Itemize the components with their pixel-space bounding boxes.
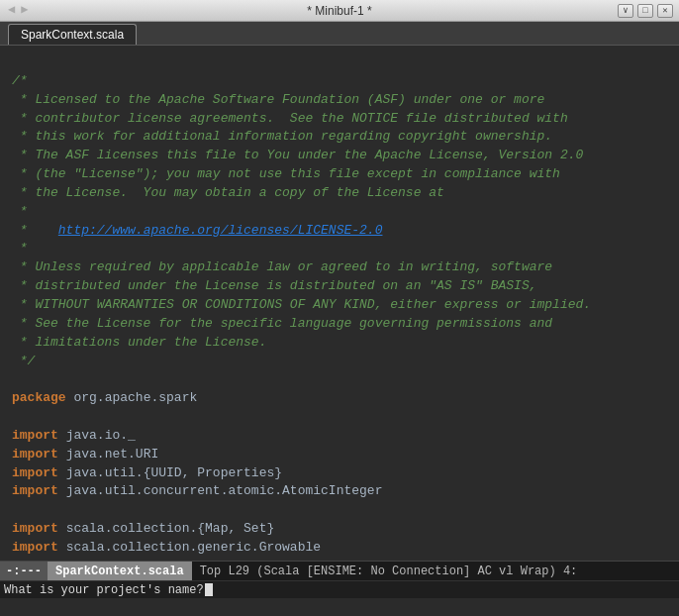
close-button[interactable]: ✕ [657, 4, 673, 18]
import-line-3: import java.util.{UUID, Properties} [12, 465, 282, 480]
tab-label: SparkContext.scala [21, 28, 124, 42]
nav-arrows: ◀ ▶ [6, 2, 30, 17]
minibuffer-prompt: What is your project's name? [4, 583, 204, 597]
minibuffer[interactable]: What is your project's name? [0, 580, 679, 598]
maximize-button[interactable]: □ [637, 4, 653, 18]
titlebar: ◀ ▶ * Minibuf-1 * ∨ □ ✕ [0, 0, 679, 22]
vim-mode: -:--- [0, 562, 48, 580]
import-line-6: import scala.collection.generic.Growable [12, 540, 321, 555]
titlebar-left: ◀ ▶ [6, 2, 36, 19]
status-filename: SparkContext.scala [48, 562, 192, 580]
titlebar-controls: ∨ □ ✕ [618, 4, 673, 18]
comment-line: /* * Licensed to the Apache Software Fou… [12, 73, 591, 368]
nav-next-arrow[interactable]: ▶ [19, 2, 30, 17]
tabbar: SparkContext.scala [0, 22, 679, 46]
editor-area[interactable]: /* * Licensed to the Apache Software Fou… [0, 46, 679, 561]
minimize-button[interactable]: ∨ [618, 4, 633, 18]
file-tab[interactable]: SparkContext.scala [8, 24, 137, 45]
status-info: Top L29 (Scala [ENSIME: No Connection] A… [192, 565, 586, 578]
import-line-1: import java.io._ [12, 428, 136, 443]
import-line-5: import scala.collection.{Map, Set} [12, 521, 274, 536]
minibuffer-cursor [205, 583, 213, 596]
package-line: package org.apache.spark [12, 390, 197, 405]
statusbar: -:--- SparkContext.scala Top L29 (Scala … [0, 561, 679, 580]
import-line-2: import java.net.URI [12, 447, 158, 462]
import-line-4: import java.util.concurrent.atomic.Atomi… [12, 483, 382, 498]
window-title: * Minibuf-1 * [307, 4, 371, 18]
nav-prev-arrow[interactable]: ◀ [6, 2, 17, 17]
